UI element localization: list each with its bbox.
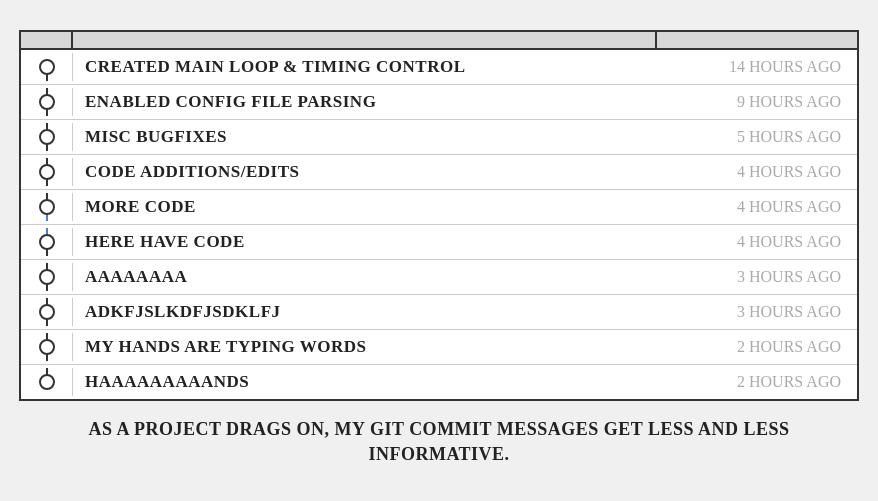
table-row: HAAAAAAAAANDS2 HOURS AGO <box>21 365 857 399</box>
commit-date: 3 HOURS AGO <box>657 296 857 328</box>
commit-date: 5 HOURS AGO <box>657 121 857 153</box>
dot-cell <box>21 123 73 151</box>
commit-date: 2 HOURS AGO <box>657 366 857 398</box>
commit-comment: ADKFJSLKDFJSDKLFJ <box>73 295 657 329</box>
table-header <box>21 32 857 50</box>
commit-dot <box>39 339 55 355</box>
commit-date: 4 HOURS AGO <box>657 191 857 223</box>
header-comment <box>73 32 657 48</box>
table-row: MORE CODE4 HOURS AGO <box>21 190 857 225</box>
commit-dot <box>39 164 55 180</box>
table-row: MISC BUGFIXES5 HOURS AGO <box>21 120 857 155</box>
dot-cell <box>21 158 73 186</box>
table-row: CREATED MAIN LOOP & TIMING CONTROL14 HOU… <box>21 50 857 85</box>
dot-cell <box>21 333 73 361</box>
dot-cell <box>21 368 73 396</box>
commit-dot <box>39 269 55 285</box>
commit-dot <box>39 59 55 75</box>
table-row: ADKFJSLKDFJSDKLFJ3 HOURS AGO <box>21 295 857 330</box>
commit-comment: AAAAAAAA <box>73 260 657 294</box>
commit-comment: HERE HAVE CODE <box>73 225 657 259</box>
dot-cell <box>21 193 73 221</box>
commit-comment: MY HANDS ARE TYPING WORDS <box>73 330 657 364</box>
commit-dot <box>39 374 55 390</box>
dot-cell <box>21 53 73 81</box>
dot-cell <box>21 228 73 256</box>
commit-table: CREATED MAIN LOOP & TIMING CONTROL14 HOU… <box>19 30 859 401</box>
table-row: ENABLED CONFIG FILE PARSING9 HOURS AGO <box>21 85 857 120</box>
table-body: CREATED MAIN LOOP & TIMING CONTROL14 HOU… <box>21 50 857 399</box>
commit-dot <box>39 304 55 320</box>
header-date <box>657 32 857 48</box>
commit-date: 14 HOURS AGO <box>657 51 857 83</box>
commit-dot <box>39 234 55 250</box>
header-dot-col <box>21 32 73 48</box>
table-row: HERE HAVE CODE4 HOURS AGO <box>21 225 857 260</box>
dot-cell <box>21 298 73 326</box>
commit-comment: MISC BUGFIXES <box>73 120 657 154</box>
main-container: CREATED MAIN LOOP & TIMING CONTROL14 HOU… <box>9 20 869 481</box>
table-row: CODE ADDITIONS/EDITS4 HOURS AGO <box>21 155 857 190</box>
commit-dot <box>39 94 55 110</box>
commit-date: 2 HOURS AGO <box>657 331 857 363</box>
commit-dot <box>39 199 55 215</box>
table-row: AAAAAAAA3 HOURS AGO <box>21 260 857 295</box>
commit-comment: CODE ADDITIONS/EDITS <box>73 155 657 189</box>
commit-dot <box>39 129 55 145</box>
commit-date: 4 HOURS AGO <box>657 226 857 258</box>
commit-comment: CREATED MAIN LOOP & TIMING CONTROL <box>73 50 657 84</box>
dot-cell <box>21 88 73 116</box>
commit-date: 3 HOURS AGO <box>657 261 857 293</box>
commit-date: 9 HOURS AGO <box>657 86 857 118</box>
commit-comment: ENABLED CONFIG FILE PARSING <box>73 85 657 119</box>
commit-comment: MORE CODE <box>73 190 657 224</box>
dot-cell <box>21 263 73 291</box>
table-row: MY HANDS ARE TYPING WORDS2 HOURS AGO <box>21 330 857 365</box>
caption-text: AS A PROJECT DRAGS ON, MY GIT COMMIT MES… <box>19 413 859 471</box>
commit-date: 4 HOURS AGO <box>657 156 857 188</box>
commit-comment: HAAAAAAAAANDS <box>73 365 657 399</box>
